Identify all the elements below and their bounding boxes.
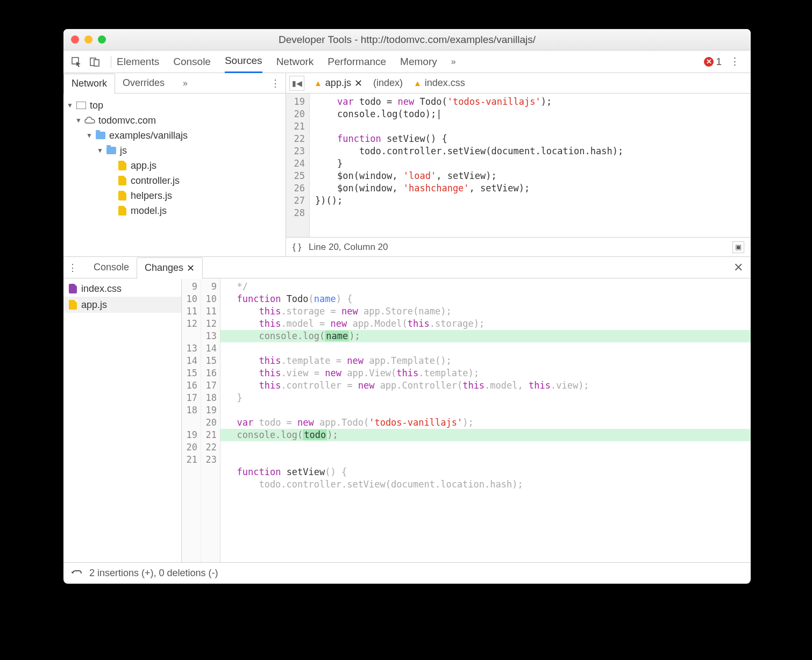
changes-summary: 2 insertions (+), 0 deletions (-) [89,568,218,579]
changes-footer: 2 insertions (+), 0 deletions (-) [63,562,751,584]
source-pane: ▮◀ ▲app.js✕ (index) ▲index.css 192021222… [286,73,751,256]
pretty-print-icon[interactable]: { } [293,242,301,253]
changes-file-list: index.css app.js [63,278,182,562]
file-tree: ▼top ▼todomvc.com ▼examples/vanillajs ▼j… [63,94,286,223]
changes-file-indexcss[interactable]: index.css [63,281,181,297]
tree-subfolder[interactable]: ▼js [67,143,282,158]
devtools-window: Developer Tools - http://todomvc.com/exa… [63,29,751,584]
tab-performance[interactable]: Performance [327,51,386,73]
nav-more-icon[interactable]: » [175,73,195,94]
close-tab-icon[interactable]: ✕ [187,262,195,274]
nav-tab-overrides[interactable]: Overrides [115,73,172,94]
tree-file-appjs[interactable]: app.js [67,158,282,173]
titlebar: Developer Tools - http://todomvc.com/exa… [63,29,751,51]
tab-sources[interactable]: Sources [225,51,262,73]
kebab-menu-icon[interactable]: ⋮ [727,54,742,69]
warning-icon: ▲ [314,78,322,88]
device-toolbar-icon[interactable] [87,54,102,69]
window-title: Developer Tools - http://todomvc.com/exa… [63,34,751,46]
coverage-toggle-icon[interactable]: ▣ [732,241,744,253]
error-count: 1 [716,56,722,68]
tree-file-controllerjs[interactable]: controller.js [67,173,282,188]
revert-icon[interactable] [71,569,82,578]
svg-rect-3 [76,102,86,109]
warning-icon: ▲ [414,78,422,88]
changes-file-appjs[interactable]: app.js [63,297,181,313]
code-editor[interactable]: 19202122232425262728 var todo = new Todo… [286,94,751,237]
drawer: ⋮ Console Changes✕ ✕ index.css app.js 91… [63,257,751,584]
diff-gutter-new: 91011121314151617181920212223 [201,278,220,562]
drawer-kebab-icon[interactable]: ⋮ [68,262,77,274]
drawer-tab-changes[interactable]: Changes✕ [137,257,203,279]
editor-tab-appjs[interactable]: ▲app.js✕ [309,73,368,94]
toggle-navigator-icon[interactable]: ▮◀ [289,76,304,91]
tab-network[interactable]: Network [276,51,314,73]
code-area[interactable]: var todo = new Todo('todos-vanillajs'); … [310,94,623,237]
panel-tabs: Elements Console Sources Network Perform… [117,51,456,73]
diff-viewer[interactable]: 9101112 131415161718 192021 910111213141… [182,278,751,562]
drawer-tab-console[interactable]: Console [86,257,137,278]
navigator-pane: Network Overrides » ⋮ ▼top ▼todomvc.com … [63,73,286,256]
more-tabs-icon[interactable]: » [451,51,456,73]
nav-tab-network[interactable]: Network [63,74,115,94]
tree-file-helpersjs[interactable]: helpers.js [67,188,282,203]
svg-rect-2 [94,60,99,66]
tab-elements[interactable]: Elements [117,51,159,73]
editor-tab-index[interactable]: (index) [368,73,408,94]
editor-tab-indexcss[interactable]: ▲index.css [408,73,471,94]
diff-gutter-old: 9101112 131415161718 192021 [182,278,201,562]
tree-domain[interactable]: ▼todomvc.com [67,113,282,128]
tree-file-modeljs[interactable]: model.js [67,203,282,218]
error-icon: ✕ [704,57,714,67]
inspect-element-icon[interactable] [69,54,84,69]
tab-memory[interactable]: Memory [400,51,437,73]
tree-folder[interactable]: ▼examples/vanillajs [67,128,282,143]
tab-console[interactable]: Console [173,51,211,73]
main-toolbar: Elements Console Sources Network Perform… [63,51,751,73]
diff-code: */ function Todo(name) { this.storage = … [220,278,751,562]
tree-top[interactable]: ▼top [67,98,282,113]
editor-statusbar: { } Line 20, Column 20 ▣ [286,237,751,256]
nav-kebab-icon[interactable]: ⋮ [270,77,280,89]
cursor-position: Line 20, Column 20 [309,242,388,253]
close-tab-icon[interactable]: ✕ [354,77,362,89]
line-gutter: 19202122232425262728 [286,94,310,237]
drawer-close-icon[interactable]: ✕ [733,261,743,275]
error-badge[interactable]: ✕ 1 [704,56,722,68]
